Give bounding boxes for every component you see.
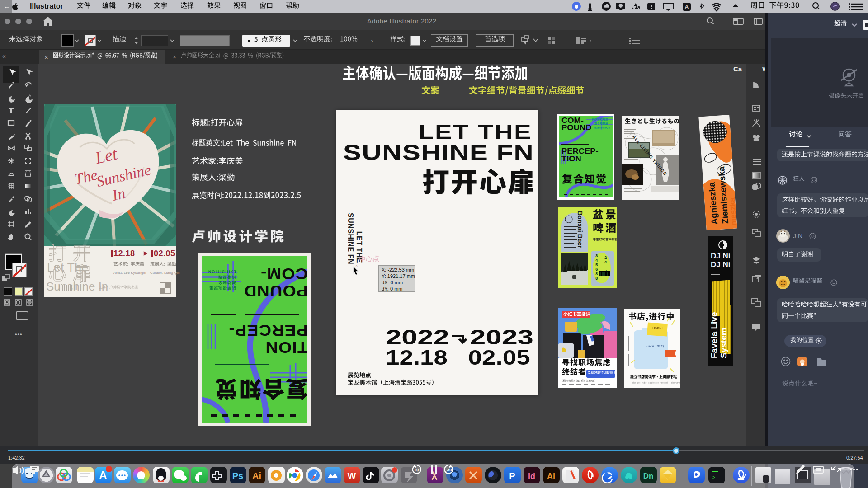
svg-text:4: 4 — [595, 258, 598, 263]
svg-text:4: 4 — [604, 260, 607, 265]
svg-text:A: A — [684, 4, 689, 10]
svg-text:8: 8 — [595, 272, 598, 277]
svg-text:30: 30 — [447, 467, 452, 472]
svg-text:10: 10 — [414, 467, 419, 472]
svg-text:2: 2 — [604, 256, 607, 260]
svg-text:3: 3 — [595, 254, 598, 258]
svg-text:6: 6 — [595, 267, 598, 272]
svg-text:8: 8 — [595, 277, 598, 281]
svg-text:5: 5 — [595, 263, 598, 267]
